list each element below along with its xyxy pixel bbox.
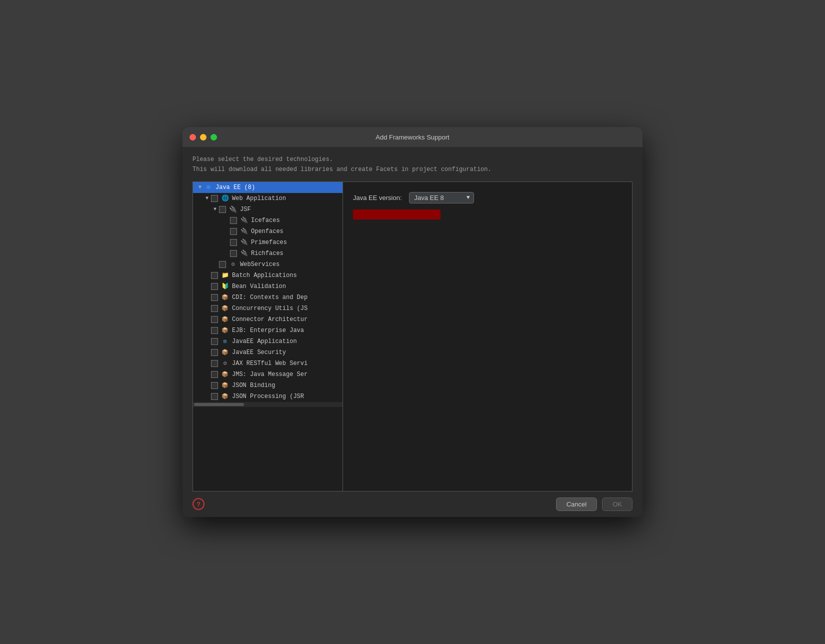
titlebar: Add Frameworks Support [182,127,642,147]
json-processing-label: JSON Processing (JSR [232,393,304,400]
checkbox-cdi[interactable] [211,294,218,301]
description-line2: This will download all needed libraries … [192,166,492,173]
tree-item-jax-rest[interactable]: ▶ ⚙ JAX RESTful Web Servi [193,358,342,369]
checkbox-primefaces[interactable] [230,239,237,246]
tree-item-webservices[interactable]: ▶ ⚙ WebServices [193,259,342,270]
json-binding-label: JSON Binding [232,382,275,389]
checkbox-webservices[interactable] [219,261,226,268]
dialog-body: Please select the desired technologies. … [182,147,642,491]
javaee-icon: ⊞ [204,184,213,192]
checkbox-json-processing[interactable] [211,393,218,400]
tree-item-cdi[interactable]: ▶ 📦 CDI: Contexts and Dep [193,292,342,303]
description: Please select the desired technologies. … [192,155,632,174]
tree-item-openfaces[interactable]: ▶ 🔌 Openfaces [193,226,342,237]
checkbox-bean[interactable] [211,283,218,290]
scrollbar-thumb[interactable] [194,403,244,406]
jsf-label: JSF [240,206,251,213]
checkbox-jms[interactable] [211,371,218,378]
checkbox-json-binding[interactable] [211,382,218,389]
left-panel[interactable]: ▼ ⊞ Java EE (8) ▼ 🌐 Web Application ▼ 🔌 [193,182,343,491]
webservices-label: WebServices [240,261,280,268]
bean-label: Bean Validation [232,283,286,290]
ok-button[interactable]: OK [602,498,632,511]
checkbox-batch[interactable] [211,272,218,279]
jax-label: JAX RESTful Web Servi [232,360,308,367]
checkbox-jax[interactable] [211,360,218,367]
minimize-button[interactable] [200,134,206,140]
primefaces-icon: 🔌 [240,238,248,246]
cancel-button[interactable]: Cancel [556,498,597,511]
connector-label: Connector Architectur [232,316,308,323]
expand-arrow-web[interactable]: ▼ [203,194,211,202]
tree-item-json-binding[interactable]: ▶ 📦 JSON Binding [193,380,342,391]
tree-item-concurrency[interactable]: ▶ 📦 Concurrency Utils (JS [193,303,342,314]
checkbox-richfaces[interactable] [230,250,237,257]
tree-item-connector[interactable]: ▶ 📦 Connector Architectur [193,314,342,325]
checkbox-openfaces[interactable] [230,228,237,235]
tree-item-javaee[interactable]: ▼ ⊞ Java EE (8) [193,182,342,193]
jsf-icon: 🔌 [228,206,238,214]
help-button[interactable]: ? [192,498,204,510]
checkbox-javaee-app[interactable] [211,338,218,345]
tree-item-json-processing[interactable]: ▶ 📦 JSON Processing (JSR [193,391,342,402]
bean-icon: 🔰 [220,282,230,290]
json-binding-icon: 📦 [220,382,230,390]
expand-arrow-javaee[interactable]: ▼ [196,184,204,192]
security-icon: 📦 [220,348,230,356]
checkbox-javaee-security[interactable] [211,349,218,356]
icefaces-label: Icefaces [251,217,280,224]
tree-item-richfaces[interactable]: ▶ 🔌 Richfaces [193,248,342,259]
javaee-security-label: JavaEE Security [232,349,286,356]
concurrency-label: Concurrency Utils (JS [232,305,308,312]
expand-arrow-jsf[interactable]: ▼ [211,206,219,214]
red-bar-indicator [353,210,440,220]
json-processing-icon: 📦 [220,392,230,400]
horizontal-scrollbar[interactable] [193,402,342,407]
right-panel: Java EE version: Java EE 8 Java EE 7 Jav… [343,182,632,491]
cdi-label: CDI: Contexts and Dep [232,294,308,301]
main-content: ▼ ⊞ Java EE (8) ▼ 🌐 Web Application ▼ 🔌 [192,182,632,492]
jms-icon: 📦 [220,370,230,378]
richfaces-icon: 🔌 [240,250,248,258]
maximize-button[interactable] [210,134,217,140]
connector-icon: 📦 [220,316,230,324]
ejb-label: EJB: Enterprise Java [232,327,304,334]
javaee-label: Java EE (8) [216,184,255,191]
dialog-window: Add Frameworks Support Please select the… [182,127,642,516]
footer-buttons: Cancel OK [556,498,632,511]
version-select[interactable]: Java EE 8 Java EE 7 Java EE 6 [409,192,474,204]
tree-item-ejb[interactable]: ▶ 📦 EJB: Enterprise Java [193,325,342,336]
checkbox-connector[interactable] [211,316,218,323]
openfaces-label: Openfaces [251,228,284,235]
ejb-icon: 📦 [220,326,230,334]
primefaces-label: Primefaces [251,239,287,246]
gear-icon: ⚙ [228,260,238,268]
javaee-app-label: JavaEE Application [232,338,297,345]
web-label: Web Application [232,195,286,202]
batch-label: Batch Applications [232,272,297,279]
tree-item-web-application[interactable]: ▼ 🌐 Web Application [193,193,342,204]
cdi-icon: 📦 [220,294,230,302]
tree-item-icefaces[interactable]: ▶ 🔌 Icefaces [193,215,342,226]
checkbox-web[interactable] [211,195,218,202]
version-select-wrapper: Java EE 8 Java EE 7 Java EE 6 ▼ [409,192,474,204]
web-icon: 🌐 [220,194,230,202]
close-button[interactable] [190,134,196,140]
checkbox-ejb[interactable] [211,327,218,334]
tree-item-javaee-security[interactable]: ▶ 📦 JavaEE Security [193,347,342,358]
batch-icon: 📁 [220,272,230,280]
tree-item-jms[interactable]: ▶ 📦 JMS: Java Message Ser [193,369,342,380]
tree-item-jsf[interactable]: ▼ 🔌 JSF [193,204,342,215]
tree-item-bean-validation[interactable]: ▶ 🔰 Bean Validation [193,281,342,292]
version-row: Java EE version: Java EE 8 Java EE 7 Jav… [353,192,622,204]
checkbox-icefaces[interactable] [230,217,237,224]
richfaces-label: Richfaces [251,250,284,257]
tree-item-primefaces[interactable]: ▶ 🔌 Primefaces [193,237,342,248]
checkbox-jsf[interactable] [219,206,226,213]
tree-item-batch[interactable]: ▶ 📁 Batch Applications [193,270,342,281]
javaee-app-icon: ⊞ [220,338,230,346]
tree-item-javaee-app[interactable]: ▶ ⊞ JavaEE Application [193,336,342,347]
jax-icon: ⚙ [220,360,230,368]
jms-label: JMS: Java Message Ser [232,371,308,378]
checkbox-concurrency[interactable] [211,305,218,312]
